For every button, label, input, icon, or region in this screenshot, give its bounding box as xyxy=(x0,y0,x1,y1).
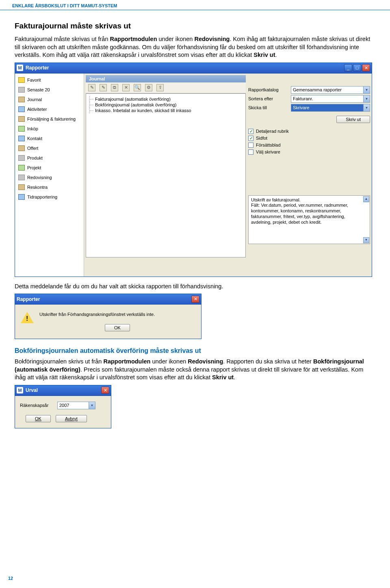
purchase-icon xyxy=(18,126,25,132)
skriv-ut-button[interactable]: Skriv ut xyxy=(336,116,370,123)
combo-skicka[interactable]: Skrivare▼ xyxy=(291,104,370,112)
product-icon xyxy=(18,155,25,161)
section-heading: Fakturajournal måste skrivas ut xyxy=(15,22,375,30)
checkbox-label: Detaljerad rubrik xyxy=(256,129,289,134)
sidebar-item-inkop[interactable]: Inköp xyxy=(15,124,84,134)
chevron-down-icon[interactable]: ▼ xyxy=(363,86,370,93)
chevron-down-icon[interactable]: ▼ xyxy=(363,104,370,111)
titlebar: M Urval ✕ xyxy=(15,385,111,396)
scroll-up-icon[interactable]: ▲ xyxy=(363,196,369,202)
urval-dialog: M Urval ✕ Räkenskapsår 2007▼ OK Avbryt xyxy=(15,385,111,428)
checkbox-label: Sidfot xyxy=(256,136,267,141)
sidebar-item-projekt[interactable]: Projekt xyxy=(15,163,84,173)
checkbox-sidfot[interactable]: ✓ xyxy=(248,136,254,141)
close-button[interactable]: ✕ xyxy=(191,296,199,303)
tree-item[interactable]: Inkasso. Inbetalat av kunden, skickad ti… xyxy=(89,108,242,113)
combo-sortera[interactable]: Fakturanr.▼ xyxy=(291,95,370,103)
project-icon xyxy=(18,165,25,171)
checkbox-forsattsblad[interactable] xyxy=(248,143,254,148)
clock-icon xyxy=(18,87,25,93)
rapporter-window: M Rapporter _ □ ✕ Favorit Senaste 20 Jou… xyxy=(15,63,372,277)
journal-icon xyxy=(18,97,25,102)
titlebar: M Rapporter _ □ ✕ xyxy=(15,63,372,74)
message-dialog: Rapporter ✕ ! Utskrifter från Förhandsgr… xyxy=(15,294,202,339)
label-rakenskapsar: Räkenskapsår xyxy=(20,403,57,408)
app-icon: M xyxy=(17,65,23,71)
ledger-icon xyxy=(18,184,25,190)
sidebar-item-tidrapportering[interactable]: Tidrapportering xyxy=(15,192,84,202)
sidebar-item-offert[interactable]: Offert xyxy=(15,143,84,153)
sidebar-item-favorit[interactable]: Favorit xyxy=(15,75,84,85)
toolbar-new-icon[interactable]: ✎ xyxy=(88,84,95,91)
quote-icon xyxy=(18,145,25,151)
page-number: 12 xyxy=(8,576,13,581)
panel-header: Journal xyxy=(86,75,246,82)
star-icon xyxy=(18,77,25,83)
dialog-text: Utskrifter från Förhandsgranskningsfönst… xyxy=(39,312,195,317)
maximize-button[interactable]: □ xyxy=(353,64,361,71)
close-button[interactable]: ✕ xyxy=(101,387,109,394)
combo-rapportkatalog[interactable]: Gemensamma rapporter▼ xyxy=(291,86,370,94)
contact-icon xyxy=(18,136,25,141)
chevron-down-icon[interactable]: ▼ xyxy=(89,402,95,409)
toolbar-search-icon[interactable]: 🔍 xyxy=(134,84,141,91)
toolbar: ✎ ✎ ⧉ ✕ 🔍 ⚙ ⇪ xyxy=(86,82,246,93)
minimize-button[interactable]: _ xyxy=(344,64,352,71)
toolbar-copy-icon[interactable]: ⧉ xyxy=(111,84,118,91)
scroll-down-icon[interactable]: ▼ xyxy=(363,237,369,243)
sidebar-item-reskontra[interactable]: Reskontra xyxy=(15,182,84,192)
checkbox-valj-skrivare[interactable] xyxy=(248,149,254,155)
sidebar-item-forsaljning[interactable]: Försäljning & fakturering xyxy=(15,114,84,124)
dialog-title: Urval xyxy=(26,387,100,393)
checkbox-detaljerad[interactable]: ✓ xyxy=(248,129,254,134)
label-rapportkatalog: Rapportkatalog xyxy=(248,87,291,92)
ok-button[interactable]: OK xyxy=(105,324,130,331)
toolbar-export-icon[interactable]: ⇪ xyxy=(156,84,164,91)
checkbox-label: Försättsblad xyxy=(256,143,281,147)
toolbar-delete-icon[interactable]: ✕ xyxy=(122,84,130,91)
page-header: ENKLARE ÅRSBOKSLUT I DITT MAMUT-SYSTEM xyxy=(0,0,390,10)
report-tree[interactable]: Fakturajournal (automatisk överföring) B… xyxy=(86,93,246,257)
sidebar-item-senaste[interactable]: Senaste 20 xyxy=(15,85,84,95)
sidebar-item-journal[interactable]: Journal xyxy=(15,95,84,104)
sidebar-item-kontakt[interactable]: Kontakt xyxy=(15,134,84,143)
label-sortera: Sortera efter xyxy=(248,96,291,101)
ok-button[interactable]: OK xyxy=(26,415,51,422)
app-icon: M xyxy=(17,387,23,393)
titlebar: Rapporter ✕ xyxy=(15,294,201,305)
paragraph-2: Detta meddelande får du om du har valt a… xyxy=(15,283,375,291)
combo-rakenskapsar[interactable]: 2007▼ xyxy=(57,402,95,409)
cancel-button[interactable]: Avbryt xyxy=(56,415,87,422)
toolbar-edit-icon[interactable]: ✎ xyxy=(100,84,107,91)
sidebar-item-aktiviteter[interactable]: Aktiviteter xyxy=(15,104,84,114)
description-box: ▲ Utskrift av fakturajournal. Fält: Ver.… xyxy=(248,195,370,244)
accounting-icon xyxy=(18,175,25,180)
dialog-title: Rapporter xyxy=(17,296,191,302)
label-skicka: Skicka till xyxy=(248,105,291,110)
sidebar-item-redovisning[interactable]: Redovisning xyxy=(15,173,84,182)
chevron-down-icon[interactable]: ▼ xyxy=(363,95,370,102)
paragraph-1: Fakturajournal måste skrivas ut från Rap… xyxy=(15,35,375,59)
checkbox-label: Välj skrivare xyxy=(256,149,280,154)
toolbar-settings-icon[interactable]: ⚙ xyxy=(145,84,152,91)
activity-icon xyxy=(18,106,25,112)
tree-item[interactable]: Fakturajournal (automatisk överföring) xyxy=(89,96,242,102)
close-button[interactable]: ✕ xyxy=(362,64,370,71)
tree-item[interactable]: Bokföringsjournal (automatisk överföring… xyxy=(89,102,242,108)
warning-icon: ! xyxy=(21,312,34,325)
sidebar-item-produkt[interactable]: Produkt xyxy=(15,153,84,163)
section-heading-2: Bokföringsjournalen automatisk överförin… xyxy=(15,347,375,355)
sales-icon xyxy=(18,116,25,122)
paragraph-3: Bokföringsjournalen skrivs ut från Rappo… xyxy=(15,358,375,382)
sidebar: Favorit Senaste 20 Journal Aktiviteter F… xyxy=(15,74,84,277)
time-icon xyxy=(18,194,25,200)
window-title: Rapporter xyxy=(26,65,343,71)
